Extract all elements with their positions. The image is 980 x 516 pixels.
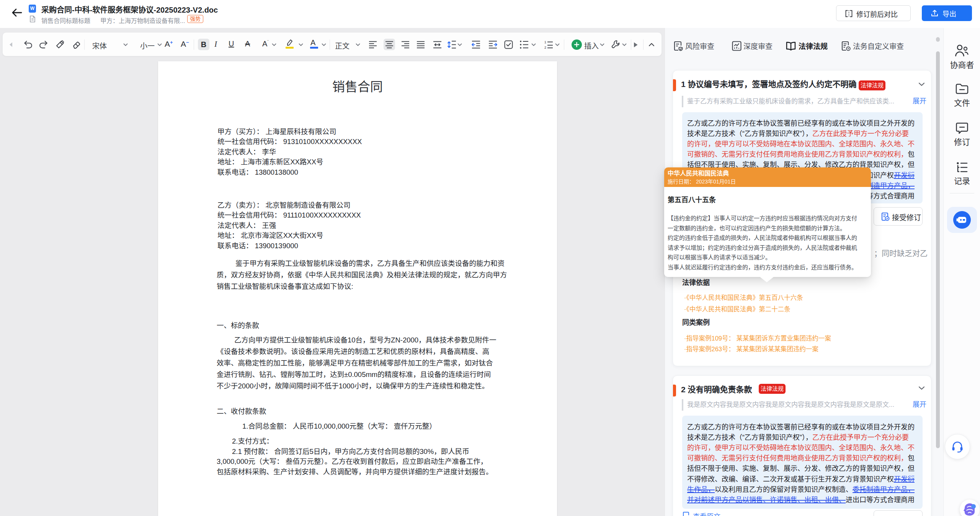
svg-text:2: 2 [544, 46, 546, 49]
svg-text:1: 1 [544, 41, 546, 44]
